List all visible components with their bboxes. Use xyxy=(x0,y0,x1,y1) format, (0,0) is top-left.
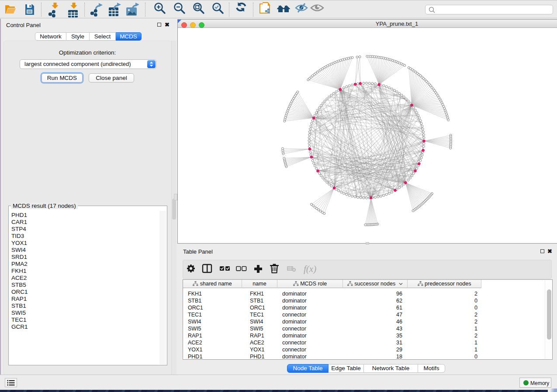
svg-text:f(x): f(x) xyxy=(304,264,316,274)
